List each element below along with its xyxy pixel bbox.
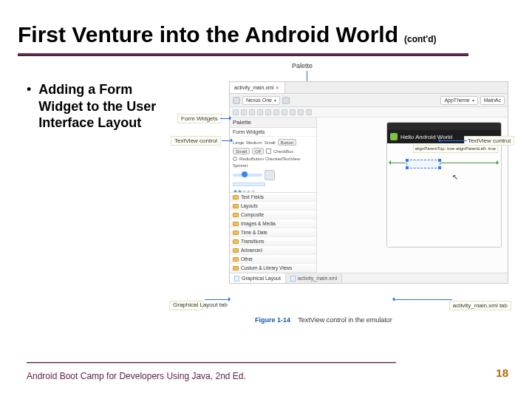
- callout-leader: [439, 140, 467, 141]
- callout-textview-left: TextView control: [171, 136, 221, 146]
- resize-handle[interactable]: [438, 159, 441, 162]
- folder-icon: [233, 248, 239, 253]
- toggle-off-sample[interactable]: Off: [252, 148, 264, 154]
- toolbar-icon[interactable]: [282, 97, 290, 104]
- toolbar-icon[interactable]: [298, 109, 304, 115]
- radio-icon[interactable]: [233, 157, 237, 161]
- file-tab-activity-main[interactable]: activity_main.xml ×: [230, 82, 285, 93]
- close-icon[interactable]: ×: [276, 86, 280, 90]
- toolbar-icon[interactable]: [241, 109, 247, 115]
- quickcontact-widget-sample[interactable]: [265, 170, 275, 180]
- callout-graphical-layout-tab: Graphical Layout tab: [169, 301, 203, 310]
- resize-handle[interactable]: [406, 159, 409, 162]
- textview-small-sample[interactable]: Small: [265, 140, 276, 145]
- folder-label: Custom & Library Views: [241, 265, 292, 270]
- palette-header: Palette: [230, 117, 316, 128]
- page-number: 18: [496, 366, 508, 379]
- footer-text: Android Boot Camp for Developers Using J…: [27, 371, 246, 381]
- cursor-icon: ↖: [452, 173, 458, 181]
- palette-folder-time-date[interactable]: Time & Date: [230, 228, 316, 237]
- callout-leader: [222, 140, 232, 141]
- bullet-dot-icon: •: [27, 81, 31, 132]
- resize-handle[interactable]: [406, 166, 409, 169]
- xml-tab-icon: [290, 276, 296, 282]
- chevron-down-icon: ▾: [274, 98, 276, 103]
- slide-contd: (cont'd): [404, 34, 437, 44]
- palette-folder-transitions[interactable]: Transitions: [230, 237, 316, 246]
- toolbar-icon[interactable]: [249, 109, 255, 115]
- palette-section-form-widgets[interactable]: Form Widgets: [230, 128, 316, 137]
- tab-graphical-layout[interactable]: Graphical Layout: [230, 273, 286, 283]
- constraint-annotation: alignParentTop: true alignParentLeft: tr…: [413, 145, 498, 153]
- toolbar-icon[interactable]: [282, 109, 287, 115]
- folder-icon: [233, 231, 239, 235]
- folder-icon: [233, 204, 239, 208]
- palette-folder-layouts[interactable]: Layouts: [230, 202, 316, 211]
- phone-body[interactable]: alignParentTop: true alignParentLeft: tr…: [387, 143, 501, 247]
- palette-folder-text-fields[interactable]: Text Fields: [230, 193, 316, 202]
- folder-label: Time & Date: [241, 230, 267, 235]
- textview-selected[interactable]: [406, 160, 440, 168]
- app-launcher-icon: [390, 133, 398, 140]
- footer-divider: [27, 362, 396, 364]
- eclipse-editor-pane: activity_main.xml × Nexus One ▾ AppTheme…: [229, 81, 508, 284]
- callout-leader: [220, 118, 231, 119]
- palette-callout-leader: [307, 71, 307, 81]
- palette-folder-advanced[interactable]: Advanced: [230, 246, 316, 255]
- constraint-arrow-left: [389, 163, 406, 163]
- palette-folder-other[interactable]: Other: [230, 255, 316, 264]
- palette-folders: Text Fields Layouts Composite Images & M…: [230, 192, 316, 273]
- theme-dropdown[interactable]: AppTheme ▾: [440, 96, 477, 105]
- folder-label: Composite: [241, 212, 264, 217]
- palette-folder-custom-views[interactable]: Custom & Library Views: [230, 264, 316, 273]
- folder-icon: [233, 222, 239, 226]
- seekbar-widget-sample[interactable]: [233, 174, 262, 177]
- palette-folder-composite[interactable]: Composite: [230, 211, 316, 219]
- toggle-small-sample[interactable]: Small: [233, 148, 250, 154]
- folder-icon: [233, 239, 239, 244]
- toolbar-icon[interactable]: [290, 109, 296, 115]
- theme-dropdown-label: AppTheme: [444, 98, 469, 103]
- toolbar-icon[interactable]: [265, 109, 271, 115]
- file-tab-label: activity_main.xml: [234, 85, 273, 90]
- callout-activity-main-tab: activity_main.xml tab: [449, 301, 511, 310]
- layout-tab-icon: [234, 276, 239, 282]
- editor-tab-row: activity_main.xml ×: [230, 82, 508, 94]
- figure: Palette activity_main.xml × Nexus One ▾ …: [181, 62, 510, 306]
- figure-caption: Figure 1-14 TextView control in the emul…: [255, 316, 392, 324]
- folder-label: Images & Media: [241, 221, 276, 226]
- toolbar-icon[interactable]: [273, 109, 279, 115]
- slide-title: First Venture into the Android World: [18, 22, 398, 47]
- layout-toolbar-secondary: [230, 107, 508, 117]
- device-dropdown-label: Nexus One: [246, 98, 272, 103]
- toolbar-icon[interactable]: [233, 109, 239, 115]
- palette-folder-images-media[interactable]: Images & Media: [230, 219, 316, 228]
- figure-caption-label: Figure 1-14: [255, 316, 290, 324]
- resize-handle[interactable]: [438, 166, 441, 169]
- folder-label: Layouts: [241, 203, 258, 208]
- folder-icon: [233, 266, 239, 270]
- toolbar-icon[interactable]: [306, 109, 312, 115]
- checkbox-label-sample: CheckBox: [273, 149, 293, 154]
- toolbar-icon[interactable]: [233, 97, 240, 104]
- button-widget-sample[interactable]: Button: [278, 139, 296, 146]
- tab-label: activity_main.xml: [298, 276, 337, 281]
- progressbar-widget-sample[interactable]: [233, 183, 265, 186]
- toolbar-icon[interactable]: [257, 109, 263, 115]
- activity-dropdown[interactable]: MainAc: [480, 96, 505, 105]
- title-underline: [18, 53, 468, 56]
- phone-status-bar: [387, 123, 501, 130]
- callout-form-widgets: Form Widgets: [177, 114, 222, 123]
- folder-label: Text Fields: [241, 194, 264, 200]
- tab-activity-main-xml[interactable]: activity_main.xml: [286, 273, 342, 283]
- figure-caption-text: TextView control in the emulator: [298, 316, 392, 324]
- device-dropdown[interactable]: Nexus One ▾: [242, 96, 280, 105]
- checkbox-widget-sample[interactable]: [266, 149, 271, 154]
- textview-medium-sample[interactable]: Medium: [246, 140, 262, 145]
- app-title: Hello Android World: [400, 134, 453, 140]
- radio-label-sample: RadioButton CheckedTextView: [239, 157, 300, 161]
- chevron-down-icon: ▾: [472, 98, 474, 103]
- folder-label: Other: [241, 256, 253, 262]
- folder-label: Advanced: [241, 248, 262, 253]
- activity-dropdown-label: MainAc: [484, 98, 501, 103]
